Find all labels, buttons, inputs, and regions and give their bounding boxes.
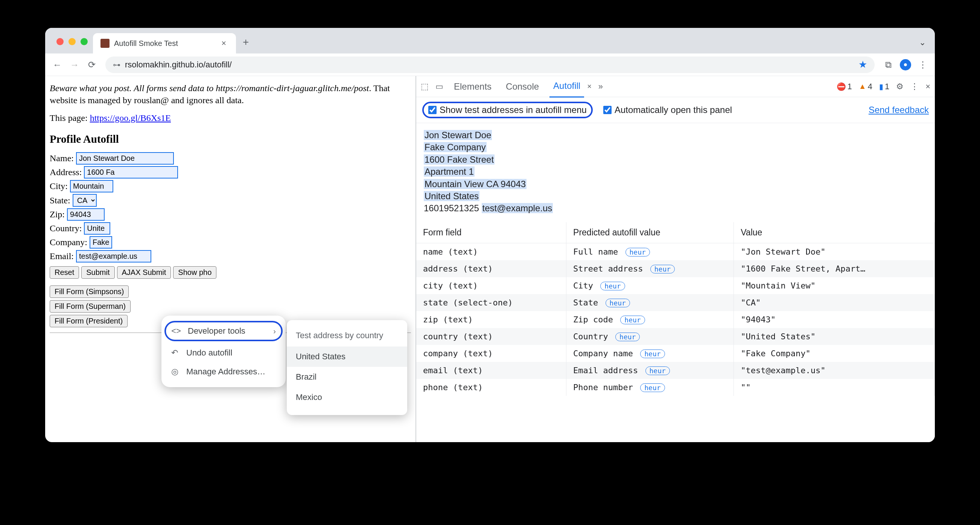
new-tab-button[interactable]: + — [236, 36, 256, 53]
tab-autofill[interactable]: Autofill — [549, 75, 584, 97]
close-devtools-icon[interactable]: × — [926, 82, 930, 91]
addr-cityline: Mountain View CA 94043 — [424, 179, 527, 189]
ctx-devtools-item[interactable]: <> Developer tools › — [164, 321, 283, 341]
submenu-heading: Test address by country — [287, 327, 407, 346]
cell-value: "94043" — [734, 311, 935, 328]
forward-button: → — [67, 57, 82, 72]
heur-badge: heur — [640, 349, 665, 358]
cell-value: "Jon Stewart Doe" — [734, 243, 935, 260]
table-row: phone (text)Phone number heur"" — [416, 379, 935, 396]
fill-simpsons-button[interactable]: Fill Form (Simpsons) — [50, 286, 129, 298]
issue-count[interactable]: ▮1 — [879, 82, 889, 91]
ctx-manage-item[interactable]: ◎ Manage Addresses… — [161, 362, 286, 381]
minimize-window-icon[interactable] — [68, 38, 76, 45]
name-input[interactable] — [76, 152, 174, 164]
ajax-submit-button[interactable]: AJAX Submit — [117, 266, 171, 279]
bookmark-star-icon[interactable]: ★ — [858, 59, 867, 70]
address-bar[interactable]: ⊶ rsolomakhin.github.io/autofill/ ★ — [105, 56, 875, 73]
maximize-window-icon[interactable] — [81, 38, 88, 45]
chrome-window: Autofill Smoke Test × + ⌄ ← → ⟳ ⊶ rsolom… — [45, 28, 935, 442]
city-input[interactable] — [70, 180, 113, 193]
company-input[interactable] — [89, 236, 112, 249]
tab-console[interactable]: Console — [502, 76, 542, 97]
addr-street: 1600 Fake Street — [424, 155, 495, 164]
zip-label: Zip: — [50, 209, 65, 220]
show-phone-button[interactable]: Show pho — [173, 266, 216, 279]
submit-button[interactable]: Submit — [81, 266, 115, 279]
country-item-mexico[interactable]: Mexico — [287, 387, 407, 407]
email-input[interactable] — [76, 250, 151, 263]
state-select[interactable]: CA — [73, 194, 97, 207]
content-area: Beware what you post. All forms send dat… — [45, 76, 935, 442]
address-label: Address: — [50, 167, 82, 177]
close-panel-icon[interactable]: × — [587, 82, 592, 91]
ctx-manage-label: Manage Addresses… — [186, 367, 265, 377]
favicon-icon — [100, 39, 110, 48]
col-form-field: Form field — [416, 222, 566, 243]
cell-value: "" — [734, 379, 935, 396]
table-row: company (text)Company name heur"Fake Com… — [416, 345, 935, 362]
code-icon: <> — [171, 326, 181, 336]
tab-search-button[interactable]: ⌄ — [910, 38, 935, 53]
heur-badge: heur — [600, 282, 625, 290]
warning-text: Beware what you post. All forms send dat… — [50, 82, 411, 107]
chrome-menu-button[interactable]: ⋮ — [915, 57, 930, 72]
inspect-icon[interactable]: ⬚ — [421, 82, 429, 91]
state-label: State: — [50, 195, 70, 206]
fill-superman-button[interactable]: Fill Form (Superman) — [50, 300, 130, 313]
profile-button[interactable]: ● — [898, 57, 913, 72]
country-item-brazil[interactable]: Brazil — [287, 367, 407, 387]
reload-button[interactable]: ⟳ — [84, 57, 99, 72]
warning-count[interactable]: ▲4 — [859, 82, 872, 91]
address-input[interactable] — [84, 166, 178, 179]
toolbar: ← → ⟳ ⊶ rsolomakhin.github.io/autofill/ … — [45, 53, 935, 76]
cell-predicted: City heur — [566, 277, 734, 294]
browser-tab[interactable]: Autofill Smoke Test × — [93, 33, 236, 53]
ctx-undo-label: Undo autofill — [186, 348, 232, 358]
heur-badge: heur — [640, 383, 665, 392]
ctx-devtools-label: Developer tools — [188, 326, 245, 336]
send-feedback-link[interactable]: Send feedback — [869, 105, 929, 115]
addr-phone: 16019521325 — [424, 203, 479, 213]
show-test-checkbox[interactable]: Show test addresses in autofill menu — [422, 102, 593, 118]
url-text: rsolomakhin.github.io/autofill/ — [125, 60, 232, 70]
close-tab-icon[interactable]: × — [219, 38, 228, 49]
back-button[interactable]: ← — [50, 57, 65, 72]
city-label: City: — [50, 181, 68, 191]
cell-predicted: Full name heur — [566, 243, 734, 260]
site-info-icon[interactable]: ⊶ — [113, 60, 121, 69]
country-label: Country: — [50, 223, 82, 233]
cell-value: "Fake Company" — [734, 345, 935, 362]
country-item-us[interactable]: United States — [287, 346, 407, 367]
heur-badge: heur — [625, 248, 650, 257]
device-toolbar-icon[interactable]: ▭ — [436, 82, 443, 91]
tab-elements[interactable]: Elements — [450, 76, 495, 97]
country-input[interactable] — [84, 222, 110, 235]
more-tabs-icon[interactable]: » — [598, 82, 603, 91]
settings-icon[interactable]: ⚙ — [896, 82, 904, 91]
show-test-input[interactable] — [428, 106, 437, 114]
reset-button[interactable]: Reset — [50, 266, 79, 279]
heur-badge: heur — [620, 316, 645, 324]
cell-predicted: State heur — [566, 294, 734, 311]
this-page-link[interactable]: https://goo.gl/B6Xs1E — [90, 113, 171, 123]
autofill-options-bar: Show test addresses in autofill menu Aut… — [416, 97, 935, 123]
cell-predicted: Street address heur — [566, 260, 734, 277]
addr-company: Fake Company — [424, 142, 487, 152]
email-label: Email: — [50, 251, 74, 262]
zip-input[interactable] — [67, 208, 105, 221]
page-heading: Profile Autofill — [50, 133, 411, 145]
cell-field: email (text) — [416, 362, 566, 379]
extensions-icon[interactable]: ⧉ — [881, 57, 896, 72]
cell-predicted: Company name heur — [566, 345, 734, 362]
auto-open-input[interactable] — [603, 106, 612, 114]
avatar-icon: ● — [900, 59, 911, 70]
devtools-menu-icon[interactable]: ⋮ — [910, 82, 919, 91]
error-count[interactable]: ⛔1 — [837, 82, 852, 91]
auto-open-checkbox[interactable]: Automatically open this panel — [603, 105, 732, 115]
heur-badge: heur — [615, 332, 640, 341]
chevron-right-icon: › — [273, 327, 276, 335]
ctx-undo-item[interactable]: ↶ Undo autofill — [161, 343, 286, 362]
fill-president-button[interactable]: Fill Form (President) — [50, 315, 127, 327]
close-window-icon[interactable] — [56, 38, 64, 45]
